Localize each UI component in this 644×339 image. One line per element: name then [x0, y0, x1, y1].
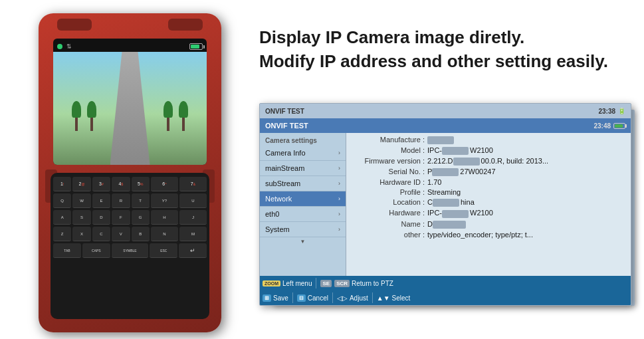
key-caps[interactable]: CAPS — [82, 243, 110, 258]
sidebar-item-camera-info[interactable]: Camera Info › — [260, 146, 346, 161]
key-6[interactable]: 6^ — [151, 177, 178, 191]
key-z[interactable]: Z — [53, 227, 71, 241]
key-row-3: A S D F G H J — [53, 210, 207, 225]
power-led — [57, 44, 62, 49]
key-v[interactable]: V — [112, 227, 130, 241]
onvif-outer-title-text: ONVIF TEST — [265, 108, 304, 115]
key-2[interactable]: 2@ — [72, 177, 90, 191]
onvif-inner: ONVIF TEST 23:48 Camera settings Camera … — [260, 118, 631, 305]
sidebar-item-network[interactable]: Network › — [260, 191, 346, 207]
toolbar-btn-se[interactable]: SE — [320, 280, 332, 287]
onvif-toolbar: ZOOM Left menu SE SCR Return to PTZ ⊞ Sa… — [260, 276, 631, 305]
key-e[interactable]: E — [92, 193, 110, 208]
key-q[interactable]: Q — [53, 193, 71, 208]
road — [110, 52, 150, 165]
key-x[interactable]: X — [72, 227, 90, 241]
key-r[interactable]: R — [112, 193, 130, 208]
battery-fill — [191, 45, 199, 49]
tree-1 — [72, 101, 81, 131]
zoom-icon: ZOOM — [263, 281, 280, 286]
sidebar-item-mainstream[interactable]: mainStream › — [260, 161, 346, 176]
return-ptz-label: Return to PTZ — [352, 280, 393, 287]
key-d[interactable]: D — [92, 210, 110, 225]
key-b[interactable]: B — [132, 227, 150, 241]
toolbar-row-2: ⊞ Save ⊟ Cancel ◁▷ Adjust ▲▼ Select — [260, 290, 631, 305]
device-body: ⇅ — [39, 13, 221, 332]
toolbar-btn-cancel[interactable]: ⊟ Cancel — [297, 294, 328, 302]
info-value-serial: P27W00247 — [427, 168, 625, 176]
chevron-right-icon: › — [338, 226, 340, 233]
screen-bezel: ⇅ — [53, 39, 207, 165]
chevron-right-icon: › — [338, 165, 340, 171]
blurred-value — [433, 221, 466, 229]
key-5[interactable]: 5% — [132, 177, 150, 191]
info-value-manufacture — [427, 136, 625, 144]
sidebar-item-substream[interactable]: subStream › — [260, 176, 346, 191]
key-7[interactable]: 7& — [179, 177, 207, 191]
key-j[interactable]: J — [179, 210, 207, 225]
key-y[interactable]: Y? — [151, 193, 178, 208]
scroll-down-arrow: ▼ — [300, 239, 306, 245]
info-row-location: Location : China — [352, 198, 625, 207]
key-a[interactable]: A — [53, 210, 71, 225]
key-4[interactable]: 4$ — [112, 177, 130, 191]
blurred-value — [453, 158, 480, 166]
info-label-hardware-id: Hardware ID : — [352, 178, 425, 186]
info-label-hardware: Hardware : — [352, 209, 425, 217]
onvif-inner-header: ONVIF TEST 23:48 — [260, 118, 631, 133]
key-enter[interactable]: ↵ — [179, 243, 207, 258]
key-symble[interactable]: SYMBLE — [112, 243, 149, 258]
key-c[interactable]: C — [92, 227, 110, 241]
info-value-hardware-id: 1.70 — [427, 178, 625, 186]
sidebar-item-eth0[interactable]: eth0 › — [260, 207, 346, 222]
blurred-value — [442, 147, 469, 155]
info-row-model: Model : IPC-W2100 — [352, 146, 625, 155]
toolbar-btn-save[interactable]: ⊞ Save — [263, 294, 288, 302]
key-1[interactable]: 1! — [53, 177, 71, 191]
info-label-name: Name : — [352, 220, 425, 228]
key-u[interactable]: U — [179, 193, 207, 208]
scroll-indicator: ▼ — [260, 237, 346, 246]
info-row-manufacture: Manufacture : — [352, 136, 625, 144]
sidebar-item-eth0-label: eth0 — [265, 210, 279, 218]
blurred-value — [433, 199, 459, 207]
key-s[interactable]: S — [72, 210, 90, 225]
battery-icon — [189, 43, 203, 50]
chevron-right-icon: › — [338, 195, 340, 202]
headline-line1: Display IP Camera image diretly. — [259, 25, 631, 49]
key-w[interactable]: W — [72, 193, 90, 208]
headline-line2: Modify IP address and other setting easi… — [259, 49, 631, 73]
info-row-profile: Profile : Streaming — [352, 188, 625, 196]
key-3[interactable]: 3# — [92, 177, 110, 191]
sidebar-item-substream-label: subStream — [265, 179, 300, 187]
info-row-other: other : type/video_encoder; type/ptz; t.… — [352, 231, 625, 239]
onvif-panel: ONVIF TEST 23:38 🔋 ONVIF TEST 23:48 Came… — [259, 103, 631, 306]
info-row-firmware: Firmware version : 2.212.D00.0.R, build:… — [352, 157, 625, 166]
key-h[interactable]: H — [151, 210, 178, 225]
blurred-value — [432, 168, 459, 176]
toolbar-btn-adjust[interactable]: ◁▷ Adjust — [337, 294, 368, 302]
toolbar-btn-select[interactable]: ▲▼ Select — [377, 294, 411, 302]
toolbar-btn-scr[interactable]: SCR Return to PTZ — [334, 280, 393, 287]
key-esc[interactable]: ESC — [150, 243, 177, 258]
chevron-right-icon: › — [338, 180, 340, 187]
toolbar-btn-zoom[interactable]: ZOOM Left menu — [263, 280, 312, 287]
sidebar-item-system[interactable]: System › — [260, 222, 346, 237]
key-g[interactable]: G — [132, 210, 150, 225]
select-arrows-icon: ▲▼ — [377, 294, 390, 302]
info-value-name: D — [427, 220, 625, 229]
key-tab[interactable]: TAB — [53, 243, 81, 258]
key-m[interactable]: M — [179, 227, 207, 241]
toolbar-separator-4 — [372, 292, 373, 303]
key-row-5: TAB CAPS SYMBLE ESC ↵ — [53, 243, 207, 258]
key-n[interactable]: N — [151, 227, 178, 241]
key-row-1: 1! 2@ 3# 4$ 5% 6^ 7& — [53, 177, 207, 191]
tree-4 — [163, 101, 173, 131]
sidebar-item-mainstream-label: mainStream — [265, 164, 304, 172]
key-f[interactable]: F — [112, 210, 130, 225]
save-icon: ⊞ — [263, 294, 271, 302]
headline: Display IP Camera image diretly. Modify … — [259, 25, 631, 74]
key-t[interactable]: T — [132, 193, 150, 208]
onvif-outer-header: ONVIF TEST 23:38 🔋 — [260, 104, 631, 118]
onvif-inner-time: 23:48 — [593, 122, 611, 130]
